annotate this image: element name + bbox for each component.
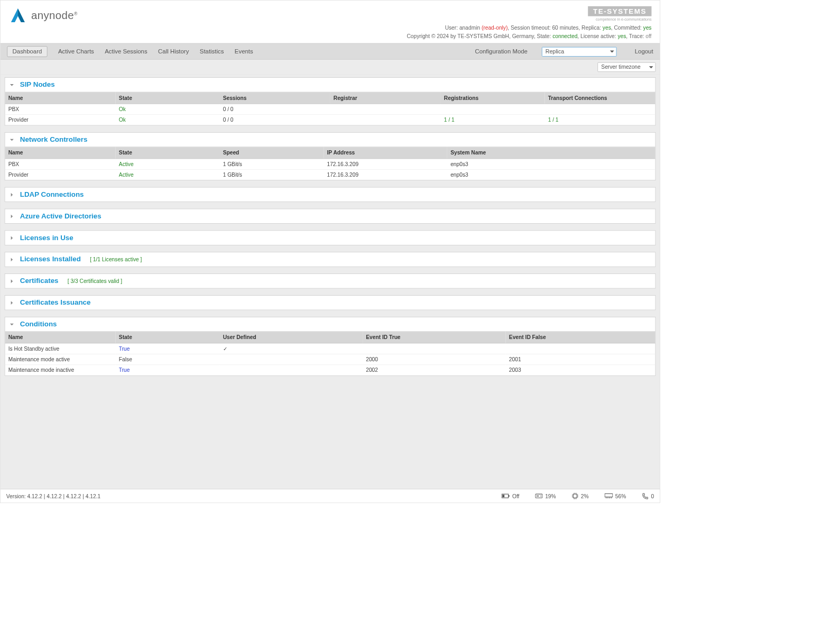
svg-rect-6 bbox=[573, 494, 577, 498]
panel-ldap-connections: LDAP Connections bbox=[5, 187, 656, 202]
panel-header-ldap[interactable]: LDAP Connections bbox=[5, 187, 655, 202]
panel-title: Network Controllers bbox=[20, 135, 88, 144]
panel-title: Licenses in Use bbox=[20, 234, 73, 242]
vendor-logo: TE-SYSTEMS bbox=[588, 6, 651, 16]
config-mode-label: Configuration Mode bbox=[475, 48, 527, 55]
expand-icon bbox=[9, 257, 14, 262]
panel-title: Certificates Issuance bbox=[20, 298, 91, 307]
svg-rect-15 bbox=[605, 493, 613, 497]
anynode-logo-icon bbox=[9, 6, 27, 25]
config-mode-select[interactable]: Replica bbox=[542, 47, 616, 56]
footer-stats: Off 19% 2% bbox=[502, 492, 654, 499]
user-info-line: User: anadmin (read-only), Session timeo… bbox=[407, 24, 651, 32]
panel-header-conditions[interactable]: Conditions bbox=[5, 317, 655, 332]
table-row[interactable]: Maintenance mode active False 2000 2001 bbox=[5, 354, 655, 364]
panel-header-sip-nodes[interactable]: SIP Nodes bbox=[5, 78, 655, 92]
svg-point-4 bbox=[540, 496, 541, 497]
collapse-icon bbox=[9, 137, 14, 142]
expand-icon bbox=[9, 214, 14, 218]
collapse-icon bbox=[9, 322, 14, 326]
battery-icon bbox=[502, 493, 510, 498]
logo-block: anynode® bbox=[9, 6, 78, 25]
panel-certificates: Certificates [ 3/3 Certificates valid ] bbox=[5, 273, 656, 288]
dashboard-content: SIP Nodes Name State Sessions Registrar … bbox=[1, 75, 660, 489]
panel-title: SIP Nodes bbox=[20, 80, 55, 89]
panel-header-cert-issuance[interactable]: Certificates Issuance bbox=[5, 296, 655, 310]
panel-title: Licenses Installed bbox=[20, 255, 81, 264]
panel-header-aad[interactable]: Azure Active Directories bbox=[5, 209, 655, 223]
expand-icon bbox=[9, 192, 14, 197]
memory-icon bbox=[604, 493, 613, 499]
battery-stat: Off bbox=[502, 493, 520, 499]
panel-header-network-controllers[interactable]: Network Controllers bbox=[5, 133, 655, 147]
logout-link[interactable]: Logout bbox=[635, 48, 653, 55]
app-header: anynode® TE-SYSTEMS competence in e-comm… bbox=[1, 1, 660, 43]
copyright-line: Copyright © 2024 by TE-SYSTEMS GmbH, Ger… bbox=[407, 32, 651, 40]
panel-header-licenses-use[interactable]: Licenses in Use bbox=[5, 231, 655, 245]
panel-title: Certificates bbox=[20, 277, 59, 285]
table-row[interactable]: Provider Ok 0 / 0 1 / 1 1 / 1 bbox=[5, 115, 655, 125]
sub-toolbar: Server timezone bbox=[1, 60, 660, 75]
svg-rect-1 bbox=[509, 495, 510, 497]
nav-call-history[interactable]: Call History bbox=[158, 48, 189, 55]
panel-azure-ad: Azure Active Directories bbox=[5, 209, 656, 224]
nav-active-charts[interactable]: Active Charts bbox=[58, 48, 94, 55]
network-controllers-table: Name State Speed IP Address System Name … bbox=[5, 147, 655, 180]
phone-icon bbox=[642, 492, 649, 499]
panel-conditions: Conditions Name State User Defined Event… bbox=[5, 317, 656, 376]
panel-certificates-issuance: Certificates Issuance bbox=[5, 295, 656, 310]
brand-name: anynode® bbox=[31, 9, 78, 22]
panel-network-controllers: Network Controllers Name State Speed IP … bbox=[5, 132, 656, 180]
table-row[interactable]: Maintenance mode inactive True 2002 2003 bbox=[5, 365, 655, 376]
table-row[interactable]: PBX Ok 0 / 0 bbox=[5, 104, 655, 114]
table-row[interactable]: PBX Active 1 GBit/s 172.16.3.209 enp0s3 bbox=[5, 159, 655, 169]
panel-subtext: [ 3/3 Certificates valid ] bbox=[68, 278, 122, 284]
panel-title: Conditions bbox=[20, 320, 57, 328]
cpu-stat: 2% bbox=[571, 492, 588, 499]
panel-licenses-in-use: Licenses in Use bbox=[5, 230, 656, 245]
expand-icon bbox=[9, 235, 14, 240]
nav-bar: Dashboard Active Charts Active Sessions … bbox=[1, 43, 660, 60]
nav-events[interactable]: Events bbox=[235, 48, 253, 55]
nav-dashboard[interactable]: Dashboard bbox=[7, 46, 47, 57]
conditions-table: Name State User Defined Event ID True Ev… bbox=[5, 331, 655, 375]
phone-stat: 0 bbox=[642, 492, 654, 499]
panel-licenses-installed: Licenses Installed [ 1/1 Licenses active… bbox=[5, 252, 656, 267]
panel-title: Azure Active Directories bbox=[20, 212, 101, 221]
panel-title: LDAP Connections bbox=[20, 190, 84, 199]
expand-icon bbox=[9, 300, 14, 305]
panel-sip-nodes: SIP Nodes Name State Sessions Registrar … bbox=[5, 77, 656, 125]
header-right: TE-SYSTEMS competence in e-communication… bbox=[407, 6, 651, 40]
footer-bar: Version: 4.12.2 | 4.12.2 | 4.12.2 | 4.12… bbox=[1, 489, 660, 502]
memory-stat: 56% bbox=[604, 493, 626, 499]
table-row[interactable]: Is Hot Standby active True ✓ bbox=[5, 343, 655, 354]
table-row[interactable]: Provider Active 1 GBit/s 172.16.3.209 en… bbox=[5, 169, 655, 180]
expand-icon bbox=[9, 279, 14, 284]
panel-header-certificates[interactable]: Certificates [ 3/3 Certificates valid ] bbox=[5, 274, 655, 288]
collapse-icon bbox=[9, 83, 14, 87]
cpu-icon bbox=[571, 492, 578, 499]
nav-active-sessions[interactable]: Active Sessions bbox=[105, 48, 147, 55]
version-info: Version: 4.12.2 | 4.12.2 | 4.12.2 | 4.12… bbox=[6, 493, 502, 499]
panel-header-licenses-installed[interactable]: Licenses Installed [ 1/1 Licenses active… bbox=[5, 252, 655, 267]
svg-rect-5 bbox=[537, 496, 539, 497]
panel-subtext: [ 1/1 Licenses active ] bbox=[90, 257, 142, 263]
sip-nodes-table: Name State Sessions Registrar Registrati… bbox=[5, 92, 655, 125]
nav-statistics[interactable]: Statistics bbox=[200, 48, 224, 55]
svg-rect-2 bbox=[502, 495, 504, 497]
disk-icon bbox=[535, 493, 542, 499]
disk-stat: 19% bbox=[535, 493, 556, 499]
vendor-tag: competence in e-communications bbox=[407, 17, 651, 21]
timezone-select[interactable]: Server timezone bbox=[597, 62, 656, 72]
